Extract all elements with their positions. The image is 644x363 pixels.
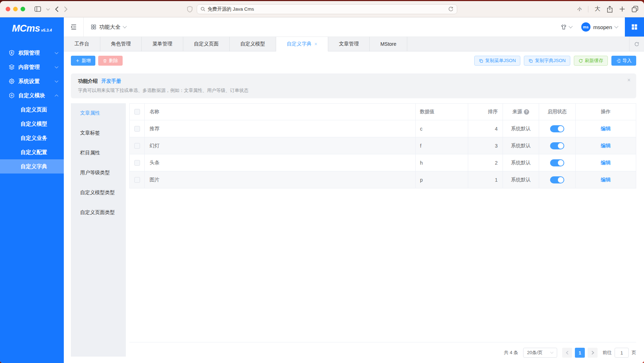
goto-page-input[interactable]	[615, 348, 629, 358]
dict-nav-label: 自定义模型类型	[80, 189, 115, 196]
privacy-shield-icon[interactable]	[187, 6, 192, 12]
row-checkbox[interactable]	[134, 177, 140, 183]
dict-nav-item-custom-page-type[interactable]: 自定义页面类型	[71, 203, 126, 222]
copy-menu-json-button[interactable]: 复制菜单JSON	[474, 56, 521, 66]
sidebar-toggle-icon[interactable]	[34, 6, 41, 12]
edit-link[interactable]: 编辑	[601, 160, 611, 166]
address-bar[interactable]	[197, 4, 457, 14]
logo-text: MCms	[12, 23, 40, 34]
sidebar-item-custom-module[interactable]: 自定义模块	[0, 88, 64, 103]
close-icon[interactable]: ×	[314, 42, 317, 46]
dict-nav-item-article-tag[interactable]: 文章标签	[71, 123, 126, 143]
tab-custom-dict[interactable]: 自定义字典 ×	[276, 37, 328, 51]
cell-name: 头条	[150, 160, 159, 166]
sidebar-subitem-custom-business[interactable]: 自定义业务	[0, 131, 64, 145]
close-icon[interactable]: ×	[627, 77, 631, 83]
sidebar-subitem-label: 自定义模型	[21, 121, 47, 127]
table-row: 图片 p 1 系统默认 编辑	[130, 171, 636, 188]
import-button[interactable]: 导入	[611, 56, 636, 66]
enable-toggle[interactable]	[550, 142, 564, 149]
copy-dict-json-button[interactable]: 复制字典JSON	[524, 56, 570, 66]
new-tab-icon[interactable]	[619, 6, 625, 12]
toolbar: 新增 删除 复制菜单JSON	[64, 51, 644, 66]
tab-label: MStore	[380, 41, 396, 47]
current-page-button[interactable]: 1	[575, 348, 585, 358]
app-menu-dropdown[interactable]: 功能大全	[84, 24, 133, 31]
sidebar-subitem-custom-page[interactable]: 自定义页面	[0, 103, 64, 117]
grid-outline-icon	[91, 24, 96, 30]
refresh-tab-button[interactable]	[629, 37, 644, 51]
next-page-button[interactable]	[588, 348, 598, 358]
zoom-window-button[interactable]	[21, 7, 25, 11]
sidebar-item-label: 权限管理	[18, 50, 51, 56]
page-size-select[interactable]: 20条/页	[523, 348, 557, 358]
enable-toggle[interactable]	[550, 159, 564, 166]
sidebar-subitem-custom-config[interactable]: 自定义配置	[0, 145, 64, 159]
cell-sort: 2	[495, 160, 498, 166]
dict-nav-label: 用户等级类型	[80, 170, 110, 176]
add-button[interactable]: 新增	[71, 56, 95, 66]
avatar: ms	[581, 22, 590, 32]
back-button[interactable]	[55, 6, 59, 12]
tab-overview-icon[interactable]	[632, 6, 638, 12]
tab-custom-page[interactable]: 自定义页面	[183, 37, 230, 51]
edit-link[interactable]: 编辑	[601, 126, 611, 132]
traffic-lights	[6, 7, 25, 11]
sidebar-fold-button[interactable]	[64, 17, 84, 37]
sidebar-chevron-icon[interactable]	[46, 8, 50, 11]
tab-workbench[interactable]: 工作台	[64, 37, 100, 51]
app-logo: MCms v5.3.4	[0, 17, 64, 37]
refresh-cache-button[interactable]: 刷新缓存	[574, 56, 608, 66]
enable-toggle[interactable]	[550, 176, 564, 183]
col-header-sort: 排序	[488, 109, 498, 115]
sidebar-subitem-label: 自定义业务	[21, 135, 47, 142]
user-dropdown[interactable]: ms msopen	[581, 22, 618, 32]
minimize-window-button[interactable]	[13, 7, 18, 11]
tab-article-mgmt[interactable]: 文章管理	[328, 37, 370, 51]
sidebar-item-content[interactable]: 内容管理	[0, 60, 64, 74]
pagination: 共 4 条 20条/页 1	[129, 342, 636, 363]
share-icon[interactable]	[607, 6, 613, 13]
cell-name: 图片	[150, 177, 159, 183]
cell-value: p	[420, 177, 423, 183]
dict-body: 文章属性 文章标签 栏目属性 用户等级类型 自定义模型类型 自定义页面类型	[64, 98, 644, 363]
row-checkbox[interactable]	[134, 143, 140, 149]
prev-page-button[interactable]	[562, 348, 572, 358]
close-window-button[interactable]	[6, 7, 10, 11]
tab-custom-model[interactable]: 自定义模型	[230, 37, 276, 51]
dict-nav-item-user-level[interactable]: 用户等级类型	[71, 163, 126, 183]
sidebar-item-permission[interactable]: 权限管理	[0, 46, 64, 60]
row-checkbox[interactable]	[134, 126, 140, 132]
reload-icon[interactable]	[448, 6, 453, 12]
table-row: 幻灯 f 3 系统默认 编辑	[130, 137, 636, 154]
theme-dropdown[interactable]	[560, 24, 572, 30]
text-smaller-button[interactable]: 小	[577, 6, 582, 12]
dict-nav-item-column-attr[interactable]: 栏目属性	[71, 143, 126, 163]
module-hexagon-icon	[9, 92, 15, 99]
sidebar-subitem-custom-dict[interactable]: 自定义字典	[0, 159, 64, 174]
cell-source: 系统默认	[511, 160, 531, 166]
url-input[interactable]	[208, 6, 446, 12]
dict-nav-item-custom-model-type[interactable]: 自定义模型类型	[71, 183, 126, 203]
tab-mstore[interactable]: MStore	[370, 37, 407, 51]
tab-role-mgmt[interactable]: 角色管理	[100, 37, 142, 51]
apps-grid-button[interactable]	[625, 17, 644, 37]
tab-menu-mgmt[interactable]: 菜单管理	[142, 37, 183, 51]
row-checkbox[interactable]	[134, 160, 140, 166]
sidebar-subitem-custom-model[interactable]: 自定义模型	[0, 117, 64, 131]
question-circle-icon[interactable]: ?	[524, 109, 529, 115]
delete-button[interactable]: 删除	[98, 56, 123, 66]
select-all-checkbox[interactable]	[134, 109, 140, 115]
edit-link[interactable]: 编辑	[601, 177, 611, 183]
chevron-down-icon	[569, 24, 572, 28]
enable-toggle[interactable]	[550, 125, 564, 132]
dev-manual-link[interactable]: 开发手册	[101, 78, 121, 84]
table-header-row: 名称 数据值 排序 来源 ? 启用状态 操作	[130, 103, 636, 120]
dict-nav-item-article-attr[interactable]: 文章属性	[71, 103, 126, 123]
text-larger-button[interactable]: 大	[595, 5, 600, 13]
edit-link[interactable]: 编辑	[601, 143, 611, 149]
forward-button[interactable]	[64, 6, 68, 12]
sidebar-item-system[interactable]: 系统设置	[0, 74, 64, 88]
table-region: 名称 数据值 排序 来源 ? 启用状态 操作	[129, 103, 636, 342]
tabbar-spacer	[407, 37, 629, 51]
